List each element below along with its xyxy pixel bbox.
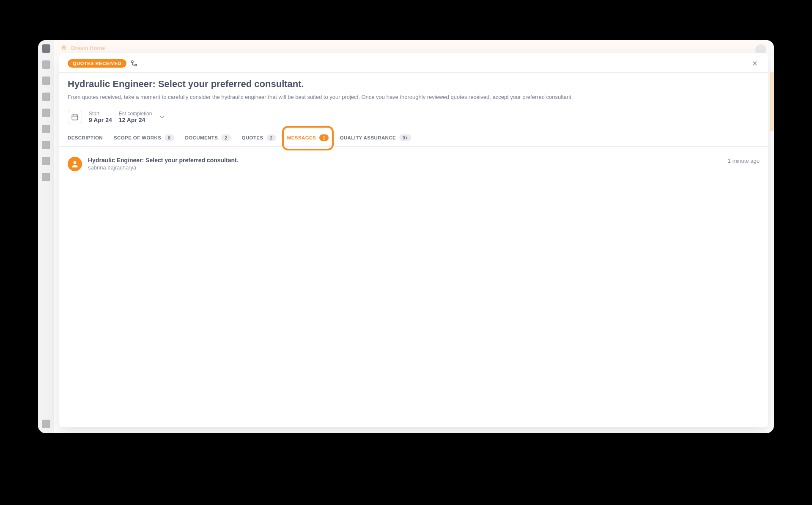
date-range-row: Start 9 Apr 24 Est completion 12 Apr 24 [59,104,768,128]
status-pill: QUOTES RECEIVED [68,59,126,68]
message-body: Hydraulic Engineer: Select your preferre… [88,157,722,171]
tab-quotes[interactable]: QUOTES 2 [242,130,276,146]
subtask-tree-icon[interactable] [131,60,137,67]
tab-label: MESSAGES [287,135,316,140]
messages-panel: Hydraulic Engineer: Select your preferre… [59,147,768,428]
sidebar-icon-brush[interactable] [42,157,50,165]
tab-messages[interactable]: MESSAGES 1 [287,130,329,146]
sidebar-icon-folder[interactable] [42,93,50,101]
calendar-icon[interactable] [68,110,82,124]
est-label: Est completion [119,111,152,117]
sidebar-icon-settings[interactable] [42,420,50,428]
message-author: sabrina bajracharya [88,164,722,171]
tab-label: SCOPE OF WORKS [114,135,161,140]
tab-scope-of-works[interactable]: SCOPE OF WORKS 8 [114,130,174,146]
est-completion-date: Est completion 12 Apr 24 [119,111,152,123]
left-sidebar [38,40,54,433]
svg-rect-1 [135,64,137,66]
start-value: 9 Apr 24 [89,117,112,123]
message-timestamp: 1 minute ago [728,157,760,164]
modal-subtitle: From quotes received, take a moment to c… [68,93,760,101]
sidebar-icon-team[interactable] [42,109,50,117]
tab-badge: 1 [319,134,329,141]
modal-topbar: QUOTES RECEIVED [59,53,768,72]
tab-label: DOCUMENTS [185,135,218,140]
tab-label: QUOTES [242,135,263,140]
tab-documents[interactable]: DOCUMENTS 2 [185,130,231,146]
sidebar-icon-calendar[interactable] [42,125,50,133]
tab-label: DESCRIPTION [68,135,103,140]
start-date: Start 9 Apr 24 [89,111,112,123]
sidebar-icon-stack[interactable] [42,173,50,181]
sidebar-icon-stats[interactable] [42,76,50,85]
tab-badge: 2 [267,134,276,141]
tab-description[interactable]: DESCRIPTION [68,131,103,145]
message-item[interactable]: Hydraulic Engineer: Select your preferre… [68,157,760,171]
modal-title: Hydraulic Engineer: Select your preferre… [68,79,760,90]
app-shell: Dream Home QUOTES RECEIVED Hydraulic Eng… [38,40,774,433]
sidebar-icon-document[interactable] [42,44,50,53]
message-title: Hydraulic Engineer: Select your preferre… [88,157,722,164]
start-label: Start [89,111,112,117]
svg-point-3 [74,161,77,164]
person-avatar-icon [68,157,82,171]
modal-tabs: DESCRIPTION SCOPE OF WORKS 8 DOCUMENTS 2… [59,128,768,147]
tab-quality-assurance[interactable]: QUALITY ASSURANCE 9+ [340,130,411,146]
task-modal: QUOTES RECEIVED Hydraulic Engineer: Sele… [59,53,768,427]
sidebar-icon-dashboard[interactable] [42,60,50,69]
svg-rect-2 [72,115,78,120]
tab-badge: 8 [165,134,174,141]
tab-badge: 9+ [399,134,411,141]
tab-badge: 2 [221,134,230,141]
close-button[interactable] [750,59,760,68]
svg-rect-0 [132,61,133,63]
est-value: 12 Apr 24 [119,117,152,123]
modal-header: Hydraulic Engineer: Select your preferre… [59,73,768,104]
chevron-down-icon[interactable] [159,114,165,120]
tab-label: QUALITY ASSURANCE [340,135,396,140]
sidebar-icon-finance[interactable] [42,141,50,149]
